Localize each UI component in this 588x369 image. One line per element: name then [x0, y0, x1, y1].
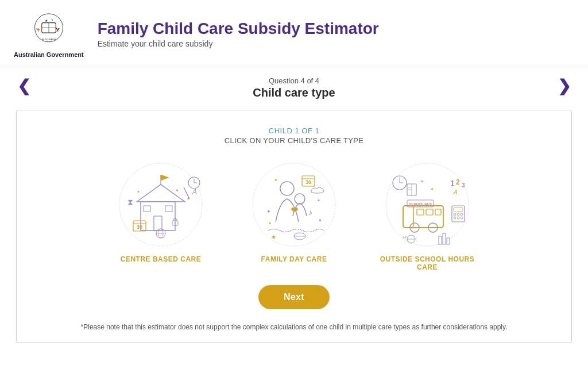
svg-text:🦘: 🦘 — [36, 27, 41, 32]
care-option-centre[interactable]: 30 A ⧗ ✦ ✦ CENTRE BASED CARE — [103, 159, 218, 271]
svg-rect-53 — [435, 209, 441, 215]
footer-note: *Please note that this estimator does no… — [30, 318, 558, 331]
outside-school-hours-care-label: OUTSIDE SCHOOL HOURS CARE — [370, 255, 485, 271]
svg-text:🦅: 🦅 — [55, 27, 60, 32]
svg-point-68 — [461, 213, 463, 216]
svg-text:⧗: ⧗ — [127, 197, 133, 206]
svg-text:A: A — [192, 188, 197, 196]
svg-text:✦: ✦ — [420, 179, 424, 183]
svg-text:30: 30 — [137, 224, 142, 230]
svg-text:✦: ✦ — [318, 218, 322, 223]
svg-point-70 — [457, 217, 459, 219]
svg-point-67 — [457, 213, 459, 216]
svg-point-35 — [295, 194, 305, 204]
logo-area: ★ ★ 🦘 🦅 AUSTRALIA Australian Government — [14, 9, 84, 59]
svg-rect-12 — [154, 216, 162, 230]
svg-text:AUSTRALIA: AUSTRALIA — [41, 38, 56, 41]
svg-point-69 — [454, 217, 456, 219]
svg-text:3: 3 — [462, 182, 465, 189]
svg-text:★: ★ — [51, 18, 53, 21]
care-option-family[interactable]: 30 ♪ ✦ ✦ ✦ ★ ✦ ✦ FAMILY — [237, 159, 351, 271]
svg-point-66 — [454, 213, 456, 216]
svg-text:✦: ✦ — [175, 188, 179, 193]
svg-text:♪: ♪ — [308, 207, 312, 217]
svg-text:1: 1 — [450, 179, 455, 188]
outside-school-hours-care-illustration: SCHOOL BUS 1 2 3 — [376, 159, 479, 251]
question-title: Child care type — [253, 86, 335, 99]
svg-text:✦: ✦ — [430, 187, 434, 192]
app-title: Family Child Care Subsidy Estimator — [98, 20, 379, 38]
svg-text:30: 30 — [305, 179, 311, 185]
nav-row: ❮ Question 4 of 4 Child care type ❯ — [0, 66, 588, 105]
instruction-label: CLICK ON YOUR CHILD'S CARE TYPE — [30, 136, 558, 145]
next-arrow[interactable]: ❯ — [550, 72, 579, 100]
svg-rect-13 — [144, 206, 150, 212]
gov-label: Australian Government — [14, 51, 84, 59]
government-crest: ★ ★ 🦘 🦅 AUSTRALIA — [29, 9, 69, 49]
svg-rect-14 — [165, 206, 172, 212]
care-option-outside[interactable]: SCHOOL BUS 1 2 3 — [370, 159, 485, 271]
svg-text:✂: ✂ — [403, 235, 407, 240]
family-day-care-illustration: 30 ♪ ✦ ✦ ✦ ★ ✦ ✦ — [242, 159, 346, 251]
svg-line-26 — [184, 187, 189, 199]
svg-rect-52 — [426, 209, 433, 215]
header: ★ ★ 🦘 🦅 AUSTRALIA Australian Government … — [0, 0, 588, 66]
family-day-care-label: FAMILY DAY CARE — [261, 255, 327, 263]
svg-rect-78 — [439, 236, 442, 244]
svg-marker-11 — [137, 184, 185, 202]
prev-arrow[interactable]: ❮ — [9, 72, 38, 100]
svg-text:✦: ✦ — [268, 221, 272, 225]
child-indicator: CHILD 1 OF 1 — [30, 126, 558, 135]
svg-text:2: 2 — [456, 178, 460, 186]
svg-marker-16 — [161, 175, 169, 180]
svg-point-33 — [253, 163, 335, 246]
svg-text:★: ★ — [271, 234, 276, 240]
svg-text:✦: ✦ — [317, 198, 320, 202]
svg-text:✦: ✦ — [137, 190, 140, 194]
svg-text:★: ★ — [45, 18, 48, 22]
svg-rect-51 — [417, 209, 424, 215]
centre-based-care-label: CENTRE BASED CARE — [121, 255, 202, 263]
svg-text:A: A — [453, 189, 458, 195]
svg-text:✦: ✦ — [266, 209, 271, 214]
app-subtitle: Estimate your child care subsidy — [98, 39, 379, 48]
header-text: Family Child Care Subsidy Estimator Esti… — [98, 20, 379, 48]
svg-text:SCHOOL BUS: SCHOOL BUS — [409, 202, 432, 206]
next-button[interactable]: Next — [258, 285, 330, 309]
svg-point-34 — [280, 182, 294, 195]
care-options: 30 A ⧗ ✦ ✦ CENTRE BASED CARE — [30, 159, 558, 271]
centre-based-care-illustration: 30 A ⧗ ✦ ✦ — [109, 159, 212, 251]
svg-text:✦: ✦ — [274, 178, 278, 183]
svg-point-71 — [461, 217, 463, 219]
nav-center: Question 4 of 4 Child care type — [253, 76, 335, 99]
svg-rect-65 — [454, 207, 463, 212]
question-label: Question 4 of 4 — [253, 76, 335, 85]
main-card: CHILD 1 OF 1 CLICK ON YOUR CHILD'S CARE … — [16, 110, 572, 343]
